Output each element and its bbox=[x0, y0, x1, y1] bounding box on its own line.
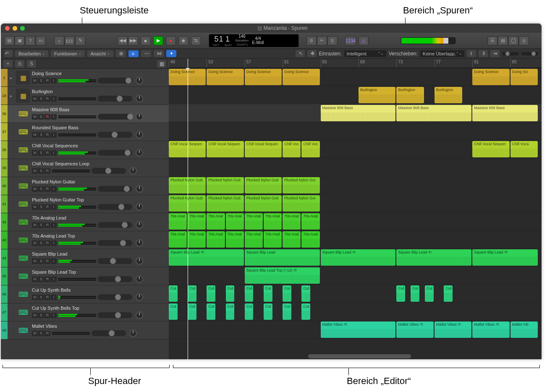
region[interactable]: Cut bbox=[226, 303, 235, 320]
region[interactable]: Chill Voc bbox=[283, 141, 301, 157]
playhead[interactable] bbox=[188, 59, 188, 359]
track-header-row[interactable]: 43⌨70s Analog Lead TopMSRI bbox=[1, 231, 169, 249]
region-row[interactable]: Doing ScienceDoing ScienceDoing ScienceD… bbox=[169, 68, 542, 86]
instrument-icon[interactable]: ⌨ bbox=[16, 197, 30, 211]
inspector-button[interactable]: ▣ bbox=[15, 36, 25, 45]
catch-button[interactable]: ✦ bbox=[166, 50, 176, 57]
pan-knob[interactable] bbox=[136, 239, 143, 247]
instrument-icon[interactable]: ⌨ bbox=[16, 233, 30, 247]
region[interactable]: 70s Anal bbox=[245, 231, 263, 248]
region[interactable]: Burlington bbox=[396, 87, 424, 103]
region[interactable]: Cut bbox=[169, 285, 178, 302]
tool-menu[interactable]: ✥ bbox=[307, 50, 317, 57]
horizontal-zoom-button[interactable]: ⇔ bbox=[490, 50, 500, 57]
msri-buttons[interactable]: MSRI bbox=[32, 132, 57, 138]
pan-knob[interactable] bbox=[136, 293, 143, 301]
region[interactable]: Cut bbox=[444, 285, 453, 302]
instrument-icon[interactable]: ⌨ bbox=[16, 179, 30, 193]
region[interactable]: Massive 808 Bass bbox=[321, 105, 396, 121]
library-button[interactable]: ▤ bbox=[4, 36, 14, 45]
region[interactable]: Mallet Vibes ⟲ bbox=[321, 321, 396, 338]
track-name[interactable]: Plucked Nylon Guitar Top bbox=[32, 197, 167, 202]
stop-button[interactable]: ■ bbox=[141, 36, 151, 45]
region[interactable]: 70s Anal bbox=[226, 231, 244, 248]
ruler[interactable]: 4953576165697377818589 bbox=[169, 59, 542, 68]
grid-view-button[interactable]: ⊞ bbox=[116, 50, 126, 57]
region[interactable]: Doing Science bbox=[207, 69, 243, 85]
region[interactable]: Cut bbox=[226, 285, 235, 302]
track-header-row[interactable]: 18▸▦BurlingtonMSRI bbox=[1, 87, 169, 105]
region-row[interactable]: 70s Anal70s Anal70s Anal70s Anal70s Anal… bbox=[169, 230, 542, 248]
region-row[interactable]: Chill Vocal SequenChill Vocal SequenChil… bbox=[169, 140, 542, 158]
pan-knob[interactable] bbox=[136, 275, 143, 283]
track-header-row[interactable]: 40⌨Plucked Nylon GuitarMSRI bbox=[1, 177, 169, 195]
track-name[interactable]: Cut Up Synth Bells bbox=[32, 287, 167, 293]
maximize-icon[interactable] bbox=[20, 26, 25, 31]
editors-button[interactable]: ✎ bbox=[75, 36, 85, 45]
capture-button[interactable]: ◉ bbox=[178, 36, 188, 45]
track-name[interactable]: Doing Science bbox=[32, 71, 167, 76]
volume-slider[interactable] bbox=[98, 186, 132, 192]
flex-button[interactable]: ⋈ bbox=[154, 50, 164, 57]
track-header-row[interactable]: 44⌨Square Blip LeadMSRI bbox=[1, 249, 169, 267]
region[interactable]: 70s Anal bbox=[226, 213, 244, 230]
play-button[interactable]: ▶ bbox=[153, 36, 163, 45]
region[interactable]: 70s Anal bbox=[283, 231, 301, 248]
msri-buttons[interactable]: MSRI bbox=[32, 204, 57, 210]
move-select[interactable]: Keine Überlapp.⌃⌄ bbox=[420, 50, 464, 57]
volume-slider[interactable] bbox=[98, 222, 132, 228]
region[interactable]: Plucked Nylon Gui bbox=[283, 177, 319, 193]
region-row[interactable]: Plucked Nylon GuitPlucked Nylon GuitPluc… bbox=[169, 194, 542, 212]
volume-slider[interactable] bbox=[98, 276, 132, 282]
track-name[interactable]: Square Blip Lead Top bbox=[32, 269, 167, 274]
region[interactable]: 70s Anal bbox=[264, 231, 282, 248]
track-filter-button[interactable]: ▦ bbox=[157, 60, 166, 68]
region[interactable]: Square Blip Lead ⟲ bbox=[321, 249, 396, 266]
track-header-row[interactable]: 42⌨70s Analog LeadMSRI bbox=[1, 213, 169, 231]
region-row[interactable]: Square Blip Lead Top (+12) ⟲ bbox=[169, 267, 542, 285]
track-header-row[interactable]: 47⌨Cut Up Synth Bells TopMSRI bbox=[1, 303, 169, 321]
add-track-button[interactable]: + bbox=[3, 60, 13, 68]
region[interactable]: 70s Anal bbox=[188, 213, 206, 230]
pan-knob[interactable] bbox=[129, 329, 137, 337]
rewind-button[interactable]: ◀◀ bbox=[118, 36, 128, 45]
pan-knob[interactable] bbox=[136, 95, 143, 102]
region[interactable]: Plucked Nylon Guit bbox=[245, 195, 282, 212]
track-header-row[interactable]: 46⌨Cut Up Synth BellsMSRI bbox=[1, 285, 169, 303]
track-name[interactable]: Plucked Nylon Guitar bbox=[32, 179, 167, 184]
region-row[interactable]: Square Blip Lead ⟲Square Blip LeadSquare… bbox=[169, 248, 542, 267]
autopunch-button[interactable]: ✂ bbox=[317, 36, 327, 45]
v-zoom-slider[interactable] bbox=[502, 52, 519, 55]
region[interactable]: Doing Science bbox=[245, 69, 282, 85]
region[interactable]: Square Blip Lead ⟲ bbox=[396, 249, 471, 266]
pan-knob[interactable] bbox=[129, 167, 137, 175]
h-zoom-slider[interactable] bbox=[521, 52, 538, 55]
region-row[interactable] bbox=[169, 158, 542, 176]
track-name[interactable]: Square Blip Lead bbox=[32, 251, 167, 256]
track-name[interactable]: Mallet Vibes bbox=[32, 324, 167, 329]
volume-slider[interactable] bbox=[98, 312, 132, 318]
region[interactable]: Plucked Nylon Guit bbox=[245, 177, 282, 193]
region[interactable]: Square Blip Lead ⟲ bbox=[472, 249, 538, 266]
track-header-row[interactable]: 48⌨Mallet VibesMSR bbox=[1, 321, 169, 340]
help-button[interactable]: ? bbox=[25, 36, 35, 45]
region[interactable]: 70s Anal bbox=[301, 213, 319, 230]
msri-buttons[interactable]: MSRI bbox=[32, 78, 57, 84]
region[interactable]: 70s Anal bbox=[245, 213, 263, 230]
waveform-zoom-button[interactable]: ⫴ bbox=[467, 50, 476, 57]
region[interactable]: 70s Anal bbox=[207, 231, 225, 248]
region[interactable]: Cut bbox=[396, 285, 405, 302]
volume-slider[interactable] bbox=[98, 294, 132, 300]
region[interactable]: Massive 808 Bass bbox=[396, 105, 471, 121]
region[interactable]: Cut bbox=[264, 303, 272, 320]
metronome-button[interactable]: △ bbox=[359, 36, 369, 45]
list-view-button[interactable]: ≡ bbox=[128, 50, 139, 57]
volume-slider[interactable] bbox=[92, 168, 126, 174]
region-row[interactable]: CutCutCutCutCutCutCutCut bbox=[169, 303, 542, 321]
msri-buttons[interactable]: MSRI bbox=[32, 259, 57, 264]
msri-buttons[interactable]: MSRI bbox=[32, 277, 57, 282]
automation-button[interactable]: 〰 bbox=[141, 50, 151, 57]
region[interactable]: 70s Anal bbox=[188, 231, 206, 248]
snap-select[interactable]: Intelligent⌃⌄ bbox=[344, 50, 386, 57]
msri-buttons[interactable]: MSRI bbox=[32, 240, 57, 246]
